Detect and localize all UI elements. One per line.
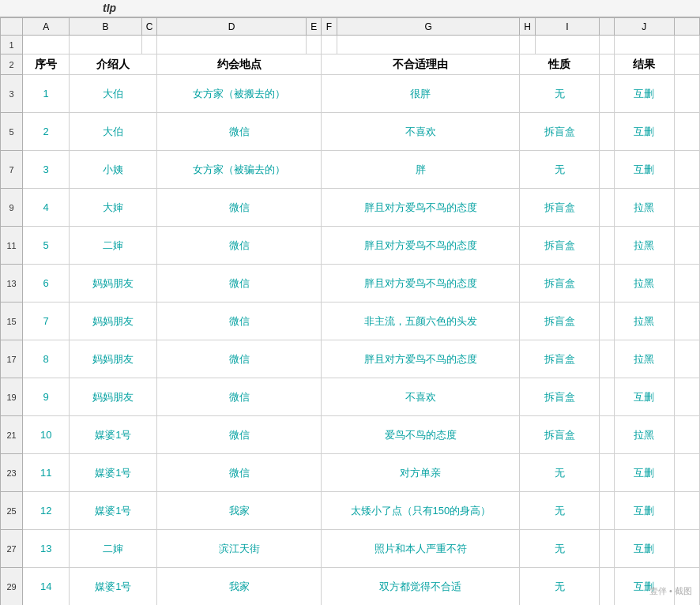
col-header-J: J <box>615 18 674 36</box>
cell-nature: 拆盲盒 <box>520 113 599 151</box>
cell <box>599 302 614 340</box>
cell <box>674 113 699 151</box>
row-number: 21 <box>1 416 23 454</box>
table-row: 31大伯女方家（被搬去的）很胖无互删 <box>1 75 700 94</box>
cell <box>674 340 699 378</box>
cell-seqno: 8 <box>23 340 70 378</box>
cell-location: 微信 <box>157 265 322 302</box>
cell-result: 互删 <box>615 113 674 151</box>
cell-result: 拉黑 <box>615 416 674 454</box>
cell-result: 互删 <box>615 378 674 416</box>
cell-reason: 非主流，五颜六色的头发 <box>322 302 520 340</box>
cell-location: 微信 <box>157 340 322 378</box>
cell-seqno: 9 <box>23 378 70 416</box>
cell-intro: 小姨 <box>70 151 157 189</box>
cell <box>599 113 614 151</box>
cell-seqno: 6 <box>23 265 70 302</box>
row-number: 15 <box>1 302 23 340</box>
cell-nature: 拆盲盒 <box>520 189 599 227</box>
cell-location: 微信 <box>157 416 322 454</box>
cell-intro: 大伯 <box>70 75 157 113</box>
cell-nature: 拆盲盒 <box>520 416 599 454</box>
cell-intro: 媒婆1号 <box>70 568 157 606</box>
table-row: 2512媒婆1号我家太矮小了点（只有150的身高）无互删 <box>1 492 700 511</box>
table-row: 2110媒婆1号微信爱鸟不鸟的态度拆盲盒拉黑 <box>1 416 700 435</box>
cell <box>674 227 699 265</box>
cell <box>23 36 70 54</box>
cell-result: 拉黑 <box>615 189 674 227</box>
table-row: 136妈妈朋友微信胖且对方爱鸟不鸟的态度拆盲盒拉黑 <box>1 265 700 284</box>
cell-reason: 胖且对方爱鸟不鸟的态度 <box>322 265 520 302</box>
cell-nature: 拆盲盒 <box>520 227 599 265</box>
cell-reason: 胖且对方爱鸟不鸟的态度 <box>322 227 520 265</box>
cell-seqno: 2 <box>23 113 70 151</box>
cell-intro: 二婶 <box>70 227 157 265</box>
row-number: 29 <box>1 568 23 606</box>
cell-seqno: 10 <box>23 416 70 454</box>
cell-nature: 无 <box>520 530 599 568</box>
cell <box>674 151 699 189</box>
cell-result: 互删 <box>615 492 674 530</box>
cell-result: 互删 <box>615 151 674 189</box>
cell-nature: 拆盲盒 <box>520 302 599 340</box>
cell-location: 女方家（被搬去的） <box>157 75 322 113</box>
table-row: 52大伯微信不喜欢拆盲盒互删 <box>1 113 700 132</box>
cell-reason: 对方单亲 <box>322 454 520 492</box>
row-number: 17 <box>1 340 23 378</box>
cell <box>599 568 614 606</box>
cell-seqno: 7 <box>23 302 70 340</box>
cell-seqno: 13 <box>23 530 70 568</box>
cell <box>674 54 699 75</box>
cell <box>599 189 614 227</box>
cell-location: 微信 <box>157 113 322 151</box>
header-result: 结果 <box>615 54 674 75</box>
cell <box>674 378 699 416</box>
cell-intro: 大婶 <box>70 189 157 227</box>
cell-intro: 妈妈朋友 <box>70 302 157 340</box>
col-header-F: F <box>322 18 337 36</box>
cell <box>337 36 520 54</box>
header-reason: 不合适理由 <box>322 54 520 75</box>
cell-location: 微信 <box>157 227 322 265</box>
cell <box>599 454 614 492</box>
cell <box>599 378 614 416</box>
cell-location: 微信 <box>157 378 322 416</box>
row-number: 19 <box>1 378 23 416</box>
header-seqno: 序号 <box>23 54 70 75</box>
table-row: 94大婶微信胖且对方爱鸟不鸟的态度拆盲盒拉黑 <box>1 189 700 208</box>
cell-result: 拉黑 <box>615 227 674 265</box>
cell-seqno: 5 <box>23 227 70 265</box>
row-number: 23 <box>1 454 23 492</box>
col-header-A: A <box>23 18 70 36</box>
cell-location: 微信 <box>157 454 322 492</box>
cell <box>599 151 614 189</box>
cell-reason: 太矮小了点（只有150的身高） <box>322 492 520 530</box>
cell-nature: 无 <box>520 454 599 492</box>
row-number: 11 <box>1 227 23 265</box>
table-row: 73小姨女方家（被骗去的）胖无互删 <box>1 151 700 170</box>
col-header-C: C <box>141 18 156 36</box>
cell <box>306 36 321 54</box>
cell-seqno: 12 <box>23 492 70 530</box>
cell-nature: 无 <box>520 151 599 189</box>
cell-reason: 照片和本人严重不符 <box>322 530 520 568</box>
header-nature: 性质 <box>520 54 599 75</box>
corner-header <box>1 18 23 36</box>
main-table: A B C D E F G H I J 12序号介绍人约会地点不合适理由性质结果… <box>0 17 700 605</box>
cell-intro: 妈妈朋友 <box>70 340 157 378</box>
row-number: 13 <box>1 265 23 302</box>
cell <box>599 75 614 113</box>
cell <box>674 302 699 340</box>
cell <box>599 416 614 454</box>
cell-reason: 不喜欢 <box>322 113 520 151</box>
cell <box>599 530 614 568</box>
cell-result: 互删 <box>615 454 674 492</box>
cell <box>70 36 142 54</box>
cell-location: 女方家（被骗去的） <box>157 151 322 189</box>
cell-nature: 拆盲盒 <box>520 378 599 416</box>
cell-result: 互删 <box>615 568 674 606</box>
table-row: 199妈妈朋友微信不喜欢拆盲盒互删 <box>1 378 700 397</box>
cell-seqno: 14 <box>23 568 70 606</box>
cell-reason: 双方都觉得不合适 <box>322 568 520 606</box>
cell-intro: 媒婆1号 <box>70 492 157 530</box>
